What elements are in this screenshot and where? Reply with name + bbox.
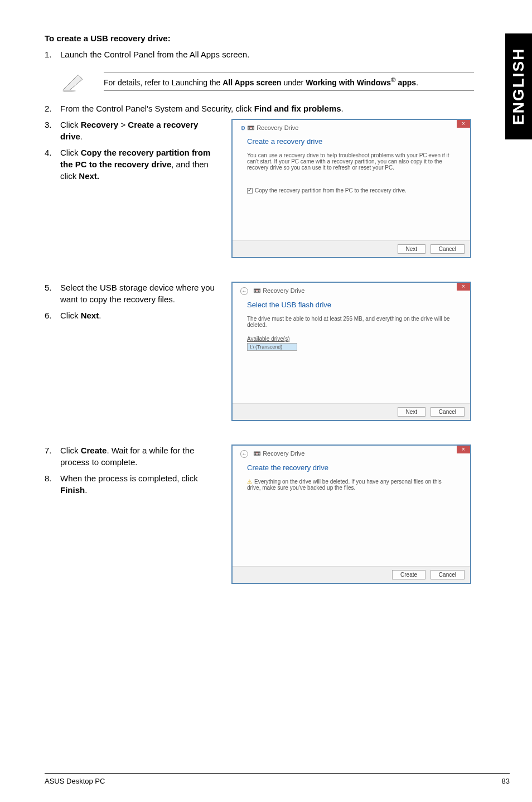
next-button[interactable]: Next [398,244,426,254]
footer-product: ASUS Desktop PC [45,777,105,785]
drive-option[interactable]: I:\ (Transcend) [248,344,297,350]
dialog-create-recovery: × ⊕ 📼 Recovery Drive Create a recovery d… [231,119,471,258]
step-number: 6. [45,310,60,321]
dialog-select-usb: × ← 📼 Recovery Drive Select the USB flas… [231,282,471,421]
step-number: 1. [45,49,60,60]
step-text: When the process is completed, click Fin… [60,472,217,496]
breadcrumb: 📼 Recovery Drive [253,287,304,294]
create-button[interactable]: Create [392,570,425,579]
dialog-footer: Next Cancel [233,240,470,257]
back-icon[interactable]: ← [240,287,248,295]
step-text: Click Recovery > Create a recovery drive… [60,119,217,142]
checkbox-copy-partition[interactable] [247,188,253,194]
step-number: 3. [45,119,60,142]
page-number: 83 [502,777,510,785]
step-text: Click Copy the recovery partition from t… [60,147,217,182]
step-1: 1. Launch the Control Panel from the All… [45,49,474,60]
step-number: 4. [45,147,60,182]
step-4: 4. Click Copy the recovery partition fro… [45,147,217,182]
step-2: 2. From the Control Panel's System and S… [45,103,474,114]
step-text: Launch the Control Panel from the All Ap… [60,49,474,60]
page-footer: ASUS Desktop PC 83 [45,773,510,785]
available-drives-label: Available drive(s) [247,336,456,342]
step-number: 2. [45,103,60,114]
language-tab: ENGLISH [505,33,532,139]
step-7: 7. Click Create. Wait for a while for th… [45,445,217,468]
step-text: Select the USB storage device where you … [60,282,217,305]
dialog-title: Create a recovery drive [233,134,470,149]
step-5: 5. Select the USB storage device where y… [45,282,217,305]
step-text: From the Control Panel's System and Secu… [60,103,474,114]
dialog-header: ← 📼 Recovery Drive [233,446,470,460]
pencil-icon [61,70,88,93]
breadcrumb: 📼 Recovery Drive [253,450,304,457]
note-text: For details, refer to Launching the All … [104,72,474,91]
dialog-header: ⊕ 📼 Recovery Drive [233,120,470,134]
back-icon[interactable]: ← [240,450,248,458]
cancel-button[interactable]: Cancel [431,570,465,579]
cancel-button[interactable]: Cancel [431,244,465,254]
dialog-footer: Create Cancel [233,566,470,583]
dialog-header: ← 📼 Recovery Drive [233,283,470,297]
dialog-body: You can use a recovery drive to help tro… [233,149,470,197]
dialog-create-drive: × ← 📼 Recovery Drive Create the recovery… [231,445,471,584]
page-content: To create a USB recovery drive: 1. Launc… [45,33,474,584]
note-block: For details, refer to Launching the All … [61,70,474,93]
breadcrumb: 📼 Recovery Drive [247,124,298,131]
step-text: Click Create. Wait for a while for the p… [60,445,217,468]
dialog-footer: Next Cancel [233,403,470,420]
drive-list[interactable]: I:\ (Transcend) [247,343,297,351]
warning-icon: ⚠ [247,479,252,485]
close-icon[interactable]: × [457,120,470,128]
step-number: 8. [45,472,60,496]
dialog-title: Create the recovery drive [233,460,470,475]
close-icon[interactable]: × [457,283,470,291]
step-number: 7. [45,445,60,468]
step-6: 6. Click Next. [45,310,217,321]
cancel-button[interactable]: Cancel [431,407,465,417]
step-8: 8. When the process is completed, click … [45,472,217,496]
svg-point-0 [62,90,76,92]
close-icon[interactable]: × [457,446,470,453]
next-button[interactable]: Next [398,407,426,417]
step-3: 3. Click Recovery > Create a recovery dr… [45,119,217,142]
dialog-body: ⚠Everything on the drive will be deleted… [233,475,470,494]
section-title: To create a USB recovery drive: [45,33,474,43]
dialog-body: The drive must be able to hold at least … [233,312,470,354]
dialog-title: Select the USB flash drive [233,297,470,312]
step-number: 5. [45,282,60,305]
step-text: Click Next. [60,310,217,321]
